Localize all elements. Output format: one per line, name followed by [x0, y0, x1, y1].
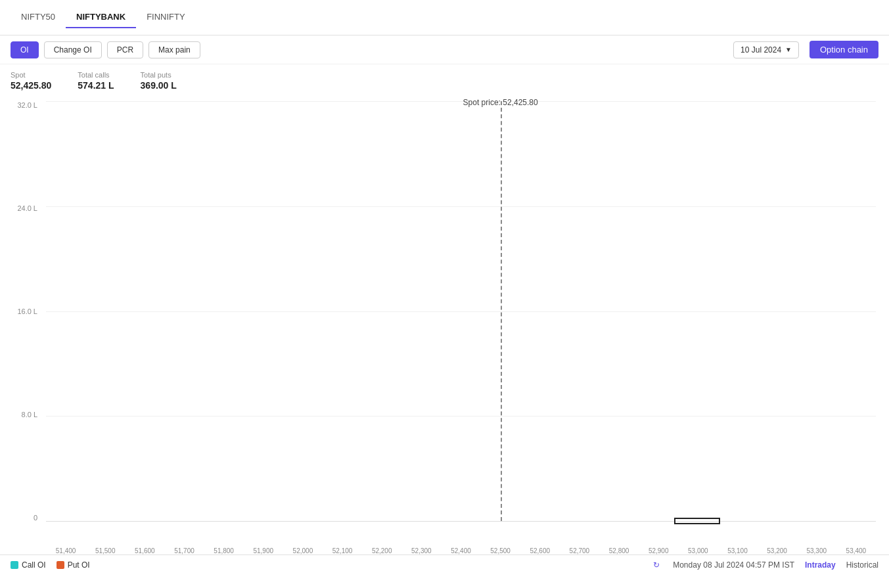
- x-axis-label: 53,100: [718, 547, 757, 554]
- ctrl-btn-pcr[interactable]: PCR: [107, 41, 143, 58]
- date-picker[interactable]: 10 Jul 2024▼: [733, 41, 799, 58]
- x-axis-label: 52,500: [481, 547, 520, 554]
- y-axis-label: 16.0 L: [17, 307, 37, 315]
- spot-value: 52,425.80: [11, 80, 51, 91]
- timestamp: Monday 08 Jul 2024 04:57 PM IST: [673, 560, 794, 570]
- x-axis-label: 51,500: [85, 547, 125, 554]
- tab-niftybank[interactable]: NIFTYBANK: [66, 7, 136, 28]
- intraday-button[interactable]: Intraday: [805, 560, 836, 570]
- put-oi-color: [57, 561, 64, 569]
- y-axis-label: 8.0 L: [22, 411, 37, 418]
- x-axis-label: 51,400: [46, 547, 85, 554]
- x-axis-label: 52,000: [283, 547, 323, 554]
- y-axis-label: 0: [34, 514, 37, 522]
- date-value: 10 Jul 2024: [741, 45, 781, 55]
- put-oi-legend: Put OI: [57, 560, 90, 570]
- refresh-icon: ↻: [653, 560, 660, 570]
- chart-inner: Spot price: 52,425.80: [46, 101, 876, 522]
- call-oi-color: [11, 561, 18, 569]
- option-chain-button[interactable]: Option chain: [809, 41, 878, 58]
- y-axis: 32.0 L24.0 L16.0 L8.0 L0: [0, 101, 43, 522]
- spot-line: [501, 101, 502, 521]
- total-calls-value: 574.21 L: [78, 80, 114, 91]
- total-calls-stat: Total calls 574.21 L: [78, 71, 114, 91]
- chevron-down-icon: ▼: [785, 46, 792, 53]
- bottom-right: ↻ Monday 08 Jul 2024 04:57 PM IST Intrad…: [653, 560, 878, 570]
- call-oi-legend: Call OI: [11, 560, 46, 570]
- controls-row: OIChange OIPCRMax pain10 Jul 2024▼Option…: [0, 35, 889, 64]
- chart-area: 32.0 L24.0 L16.0 L8.0 L0 Spot price: 52,…: [0, 95, 889, 554]
- x-axis-label: 51,700: [164, 547, 204, 554]
- top-bar: NIFTY50NIFTYBANKFINNIFTY: [0, 0, 889, 35]
- x-axis-label: 52,200: [362, 547, 401, 554]
- spot-label: Spot: [11, 71, 51, 79]
- tabs: NIFTY50NIFTYBANKFINNIFTY: [11, 7, 196, 28]
- x-axis-label: 53,400: [836, 547, 876, 554]
- x-axis-label: 52,300: [401, 547, 441, 554]
- x-axis-label: 51,800: [204, 547, 244, 554]
- total-puts-value: 369.00 L: [141, 80, 177, 91]
- ctrl-btn-max-pain[interactable]: Max pain: [148, 41, 200, 58]
- x-axis-label: 52,100: [323, 547, 362, 554]
- tab-finnifty[interactable]: FINNIFTY: [136, 7, 196, 28]
- total-puts-label: Total puts: [141, 71, 177, 79]
- tab-nifty50[interactable]: NIFTY50: [11, 7, 66, 28]
- y-axis-label: 24.0 L: [17, 204, 37, 212]
- x-axis-label: 52,600: [520, 547, 560, 554]
- x-axis-label: 53,000: [678, 547, 718, 554]
- x-axis-label: 53,200: [758, 547, 797, 554]
- x-axis-label: 52,800: [599, 547, 639, 554]
- call-oi-label: Call OI: [22, 560, 46, 570]
- x-axis-label: 52,400: [441, 547, 480, 554]
- stats-row: Spot 52,425.80 Total calls 574.21 L Tota…: [0, 64, 889, 95]
- legend: Call OI Put OI: [11, 560, 90, 570]
- x-axis-label: 51,900: [244, 547, 283, 554]
- x-axis-label: 51,600: [125, 547, 164, 554]
- put-oi-label: Put OI: [68, 560, 90, 570]
- x-axis-label: 53,300: [797, 547, 836, 554]
- y-axis-label: 32.0 L: [17, 101, 37, 109]
- ctrl-btn-oi[interactable]: OI: [11, 41, 39, 58]
- spot-stat: Spot 52,425.80: [11, 71, 51, 91]
- historical-button[interactable]: Historical: [846, 560, 878, 570]
- x-axis: 51,40051,50051,60051,70051,80051,90052,0…: [46, 547, 876, 554]
- ctrl-btn-change-oi[interactable]: Change OI: [44, 41, 102, 58]
- total-puts-stat: Total puts 369.00 L: [141, 71, 177, 91]
- bars-container: [46, 101, 876, 521]
- bottom-bar: Call OI Put OI ↻ Monday 08 Jul 2024 04:5…: [0, 554, 889, 575]
- total-calls-label: Total calls: [78, 71, 114, 79]
- x-axis-label: 52,700: [560, 547, 599, 554]
- x-axis-label: 52,900: [639, 547, 678, 554]
